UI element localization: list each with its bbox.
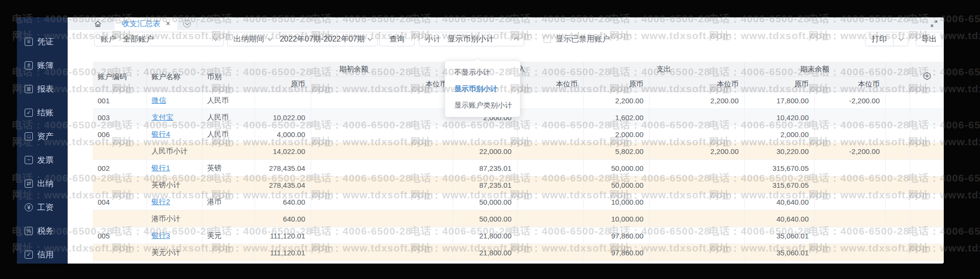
- export-button[interactable]: 导出: [916, 32, 942, 46]
- empty-code-cell: [93, 177, 146, 194]
- subtotal-label-cell: 港币小计: [146, 210, 202, 227]
- amount-cell: 35,060.01: [744, 244, 814, 261]
- amount-cell: 111,120.01: [255, 244, 311, 261]
- filler-cell: [885, 109, 910, 126]
- amount-cell: [517, 227, 583, 244]
- account-select-label: 账户: [101, 34, 116, 44]
- chevron-down-icon: [898, 36, 903, 41]
- amount-cell: [311, 244, 453, 261]
- account-code-cell: 006: [93, 126, 146, 143]
- amount-cell: 2,200.00: [649, 92, 744, 109]
- amount-cell: 278,435.04: [255, 177, 311, 194]
- dropdown-item-1[interactable]: 不显示小计: [445, 64, 520, 81]
- amount-cell: [311, 227, 453, 244]
- chevron-down-icon: [368, 36, 373, 41]
- sidebar-item-ledger[interactable]: #账簿: [17, 54, 68, 77]
- gear-icon[interactable]: [922, 71, 932, 81]
- subcol-income-base: 本位币: [517, 77, 583, 92]
- query-button-label: 查询: [389, 34, 405, 44]
- sidebar-item-closing[interactable]: ✓结账: [17, 101, 68, 125]
- amount-cell: [649, 210, 744, 227]
- amount-cell: 21,800.00: [453, 244, 517, 261]
- invoice-icon: ~: [25, 156, 33, 164]
- show-disabled-accounts-toggle: 显示已禁用账户: [544, 32, 610, 46]
- amount-cell: [649, 177, 744, 194]
- subtotal-select[interactable]: 小计 显示币别小计: [419, 32, 524, 46]
- amount-cell: -2,200.00: [814, 92, 885, 109]
- col-group-opening-balance: 期初余额: [255, 62, 453, 77]
- sidebar-item-invoice[interactable]: ~发票: [17, 148, 68, 172]
- amount-cell: [814, 210, 885, 227]
- filler-cell: [885, 160, 910, 177]
- amount-cell: 50,000.00: [583, 160, 649, 177]
- amount-cell: [311, 109, 453, 126]
- dropdown-item-3[interactable]: 显示账户类别小计: [445, 97, 520, 113]
- amount-cell: 10,000.00: [583, 194, 649, 210]
- amount-cell: 2,200.00: [649, 143, 744, 160]
- account-name-link[interactable]: 微信: [152, 96, 166, 104]
- close-icon[interactable]: ×: [166, 20, 170, 28]
- account-name-link[interactable]: 支付宝: [152, 113, 173, 121]
- subcol-opening-original: 原币: [255, 77, 311, 92]
- subtotal-label-cell: 英镑小计: [146, 177, 202, 194]
- amount-cell: [517, 109, 583, 126]
- amount-cell: [311, 92, 453, 109]
- sidebar-item-cashier[interactable]: ⇄出纳: [17, 172, 68, 195]
- amount-cell: 87,235.01: [453, 177, 517, 194]
- sidebar-item-tax[interactable]: %税务: [17, 219, 68, 243]
- sidebar-item-label: 报表: [37, 84, 54, 95]
- amount-cell: [311, 143, 453, 160]
- col-header-account-name: 账户名称: [146, 62, 202, 92]
- empty-code-cell: [93, 143, 146, 160]
- sidebar-item-report[interactable]: ≣报表: [17, 77, 68, 101]
- sidebar-item-credit[interactable]: ✓信用: [17, 243, 68, 264]
- show-disabled-checkbox[interactable]: [544, 36, 551, 43]
- amount-cell: 278,435.04: [255, 160, 311, 177]
- settings-column-cell: [910, 210, 944, 227]
- print-button[interactable]: 打印: [865, 34, 893, 44]
- tab-list-chevron-icon[interactable]: [183, 20, 191, 28]
- print-options-button[interactable]: [894, 38, 908, 40]
- subtotal-row: 人民币小计14,022.0022,000.005,802.002,200.003…: [93, 143, 944, 160]
- screenshot-frame: ≡凭证#账簿≣报表✓结账□资产~发票⇄出纳¥工资%税务✓信用·财税服务 收支汇总…: [0, 0, 980, 279]
- sidebar-item-salary[interactable]: ¥工资: [17, 195, 68, 219]
- query-button[interactable]: 查询: [379, 32, 415, 46]
- sidebar-item-voucher[interactable]: ≡凭证: [17, 30, 68, 54]
- subtotal-row: 美元小计111,120.0121,800.0097,860.0035,060.0…: [93, 244, 944, 261]
- amount-cell: [649, 194, 744, 210]
- account-row: 006银行4人民币4,000.002,000.002,000.00: [93, 126, 944, 143]
- amount-cell: 17,800.00: [744, 92, 814, 109]
- account-select-value: 全部账户: [123, 34, 214, 44]
- currency-cell: 人民币: [202, 92, 255, 109]
- dropdown-item-2[interactable]: 显示币别小计: [445, 81, 520, 97]
- settings-column-cell: [910, 126, 944, 143]
- amount-cell: [517, 210, 583, 227]
- amount-cell: 315,670.05: [744, 177, 814, 194]
- amount-cell: 2,000.00: [744, 126, 814, 143]
- amount-cell: 40,640.00: [744, 210, 814, 227]
- tab-income-expense-summary[interactable]: 收支汇总表 ×: [115, 17, 177, 30]
- amount-cell: [814, 244, 885, 261]
- amount-cell: 50,000.00: [453, 194, 517, 210]
- period-select[interactable]: 出纳期间 2022年07期-2022年07期: [227, 32, 378, 46]
- sidebar-item-label: 结账: [37, 107, 54, 118]
- account-name-link[interactable]: 银行2: [152, 197, 170, 206]
- salary-icon: ¥: [25, 203, 33, 211]
- amount-cell: 5,802.00: [583, 143, 649, 160]
- account-name-link[interactable]: 银行4: [152, 130, 170, 138]
- amount-cell: [517, 244, 583, 261]
- settings-column-cell: [910, 160, 944, 177]
- fullscreen-icon[interactable]: [931, 20, 937, 27]
- account-name-link[interactable]: 银行3: [152, 231, 170, 239]
- col-group-ending-balance: 期末余额: [744, 62, 885, 77]
- amount-cell: 1,602.00: [583, 109, 649, 126]
- app-window: ≡凭证#账簿≣报表✓结账□资产~发票⇄出纳¥工资%税务✓信用·财税服务 收支汇总…: [17, 17, 944, 264]
- empty-code-cell: [93, 244, 146, 261]
- home-icon[interactable]: [94, 20, 102, 28]
- account-code-cell: 004: [93, 194, 146, 210]
- sidebar-item-asset[interactable]: □资产: [17, 125, 68, 148]
- subcol-ending-original: 原币: [744, 77, 814, 92]
- filler-cell: [885, 244, 910, 261]
- account-select[interactable]: 账户 全部账户: [94, 32, 224, 46]
- account-name-link[interactable]: 银行1: [152, 164, 170, 172]
